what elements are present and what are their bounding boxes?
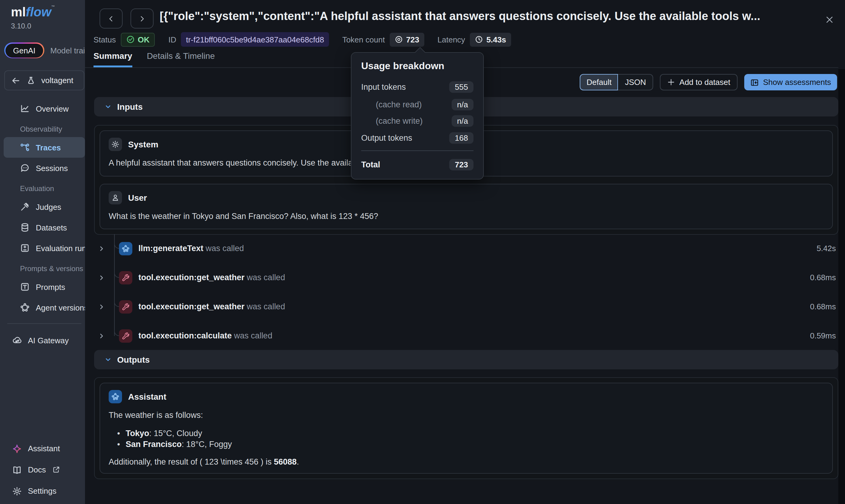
agent-network-icon bbox=[20, 303, 30, 312]
sidebar-item-agent-versions[interactable]: Agent versions bbox=[0, 297, 85, 318]
expand-chevron-icon[interactable] bbox=[98, 246, 104, 252]
span-row-get-weather-2[interactable]: tool.execution:get_weather was called 0.… bbox=[93, 292, 837, 321]
token-count-value: 723 bbox=[406, 35, 419, 44]
city-weather: : 15°C, Cloudy bbox=[149, 429, 202, 437]
span-name-text: tool.execution:get_weather bbox=[138, 273, 245, 282]
close-icon bbox=[825, 15, 834, 24]
row-label: (cache write) bbox=[361, 116, 423, 125]
view-toggle-json[interactable]: JSON bbox=[618, 74, 653, 90]
popover-row-cache-write: (cache write) n/a bbox=[361, 114, 473, 127]
user-role-label: User bbox=[128, 193, 147, 202]
assistant-role-row: Assistant bbox=[109, 390, 824, 403]
mlflow-logo: mlflow™ bbox=[11, 5, 55, 19]
sidebar: mlflow™ 3.10.0 GenAI Model training volt… bbox=[0, 0, 85, 504]
plus-icon bbox=[667, 78, 675, 86]
sidebar-item-sessions[interactable]: Sessions bbox=[0, 158, 85, 178]
outputs-section-header[interactable]: Outputs bbox=[94, 350, 838, 370]
span-name-text: tool.execution:calculate bbox=[138, 331, 232, 340]
token-count-label: Token count bbox=[342, 35, 385, 44]
total-label: Total bbox=[361, 160, 380, 169]
sidebar-item-judges[interactable]: Judges bbox=[0, 197, 85, 217]
token-icon bbox=[395, 35, 403, 44]
prev-trace-button[interactable] bbox=[100, 8, 123, 29]
span-name: llm:generateText was called bbox=[138, 234, 244, 263]
sidebar-item-assistant[interactable]: Assistant bbox=[0, 438, 85, 459]
sidebar-section-prompts-versions: Prompts & versions bbox=[0, 258, 85, 276]
gear-icon bbox=[109, 138, 122, 151]
assistant-intro-text: The weather is as follows: bbox=[109, 409, 824, 421]
version-label: 3.10.0 bbox=[11, 22, 31, 30]
experiment-selector[interactable]: voltagent bbox=[4, 70, 84, 90]
sidebar-item-prompts[interactable]: Prompts bbox=[0, 276, 85, 297]
chevron-down-icon bbox=[104, 356, 112, 363]
total-value: 723 bbox=[449, 159, 473, 170]
sidebar-item-docs[interactable]: Docs bbox=[0, 459, 85, 480]
product-switcher: GenAI Model training bbox=[0, 40, 85, 61]
span-duration: 0.68ms bbox=[810, 263, 836, 292]
span-name-text: tool.execution:get_weather bbox=[138, 302, 245, 311]
city-name: San Francisco bbox=[126, 439, 182, 449]
close-button[interactable] bbox=[823, 13, 835, 25]
tab-details-timeline[interactable]: Details & Timeline bbox=[147, 51, 215, 67]
popover-divider bbox=[361, 150, 473, 151]
span-name: tool.execution:get_weather was called bbox=[138, 263, 285, 292]
back-arrow-icon[interactable] bbox=[11, 75, 21, 85]
usage-breakdown-popover: Usage breakdown Input tokens 555 (cache … bbox=[351, 52, 484, 180]
row-value: 555 bbox=[449, 81, 473, 92]
sidebar-item-overview[interactable]: Overview bbox=[0, 98, 85, 119]
add-to-dataset-button[interactable]: Add to dataset bbox=[660, 74, 738, 90]
expand-chevron-icon[interactable] bbox=[98, 275, 104, 281]
chevron-left-icon bbox=[107, 15, 115, 22]
user-message-text: What is the weather in Tokyo and San Fra… bbox=[109, 210, 824, 222]
outputs-container: Assistant The weather is as follows: Tok… bbox=[94, 377, 838, 479]
experiment-name: voltagent bbox=[41, 76, 73, 85]
outro-result: 56088 bbox=[274, 457, 296, 466]
external-link-icon bbox=[52, 466, 60, 474]
plus-minus-square-icon bbox=[20, 243, 30, 253]
traces-icon bbox=[20, 143, 30, 152]
assistant-role-label: Assistant bbox=[128, 392, 166, 401]
span-row-get-weather-1[interactable]: tool.execution:get_weather was called 0.… bbox=[93, 263, 837, 292]
popover-row-output-tokens: Output tokens 168 bbox=[361, 130, 473, 145]
expand-chevron-icon[interactable] bbox=[98, 333, 104, 339]
show-assessments-button[interactable]: Show assessments bbox=[744, 74, 837, 90]
span-suffix: was called bbox=[245, 302, 285, 311]
check-circle-icon bbox=[126, 35, 135, 44]
assistant-outro-text: Additionally, the result of ( 123 \times… bbox=[109, 457, 824, 466]
view-toggle-default[interactable]: Default bbox=[580, 74, 618, 90]
span-duration: 5.42s bbox=[816, 234, 836, 263]
tab-model-training[interactable]: Model training bbox=[50, 46, 85, 55]
row-value: n/a bbox=[452, 98, 473, 110]
span-row-llm-generatetext[interactable]: llm:generateText was called 5.42s bbox=[93, 234, 837, 263]
span-suffix: was called bbox=[232, 331, 273, 340]
logo-ml: ml bbox=[11, 5, 26, 19]
sidebar-item-label: Traces bbox=[36, 143, 61, 152]
sidebar-item-traces[interactable]: Traces bbox=[4, 137, 85, 158]
sidebar-item-ai-gateway[interactable]: AI Gateway bbox=[0, 330, 85, 350]
inputs-section-label: Inputs bbox=[117, 102, 143, 112]
token-count-badge[interactable]: 723 bbox=[390, 33, 424, 47]
sidebar-item-settings[interactable]: Settings bbox=[0, 480, 85, 502]
tab-genai[interactable]: GenAI bbox=[4, 42, 44, 58]
tab-summary[interactable]: Summary bbox=[93, 51, 132, 67]
row-label: Input tokens bbox=[361, 82, 406, 91]
city-weather: : 18°C, Foggy bbox=[182, 439, 232, 449]
weather-list: Tokyo: 15°C, Cloudy San Francisco: 18°C,… bbox=[116, 429, 824, 449]
sidebar-item-datasets[interactable]: Datasets bbox=[0, 217, 85, 238]
tool-wrench-icon bbox=[119, 300, 132, 313]
span-row-calculate[interactable]: tool.execution:calculate was called 0.59… bbox=[93, 321, 837, 350]
sidebar-item-label: Judges bbox=[36, 202, 61, 211]
row-label: (cache read) bbox=[361, 100, 422, 109]
trace-id-value[interactable]: tr-f21bff060c5be9d4ae387aa04e68cfd8 bbox=[181, 32, 329, 47]
mlflow-app: mlflow™ 3.10.0 GenAI Model training volt… bbox=[0, 0, 845, 504]
sidebar-section-evaluation: Evaluation bbox=[0, 178, 85, 197]
expand-chevron-icon[interactable] bbox=[98, 304, 104, 310]
sidebar-item-label: Datasets bbox=[36, 223, 67, 232]
sidebar-item-label: Prompts bbox=[36, 282, 65, 291]
sidebar-divider bbox=[0, 318, 85, 330]
span-duration: 0.68ms bbox=[810, 292, 836, 321]
sidebar-item-evaluation-runs[interactable]: Evaluation runs bbox=[0, 238, 85, 258]
next-trace-button[interactable] bbox=[131, 8, 154, 29]
span-suffix: was called bbox=[203, 244, 244, 253]
scrollbar-gutter[interactable] bbox=[838, 69, 845, 504]
